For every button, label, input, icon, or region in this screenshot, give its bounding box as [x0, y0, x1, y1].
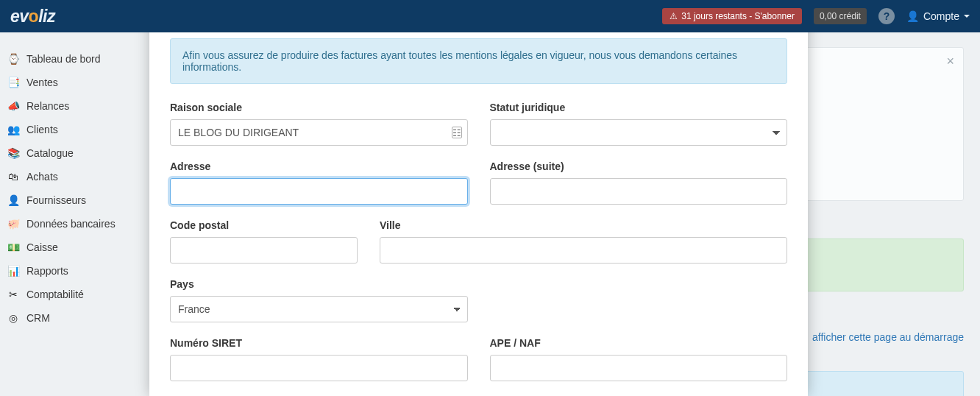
user-icon: 👤	[906, 10, 919, 22]
sidebar-item-label: Comptabilité	[26, 289, 84, 300]
close-icon[interactable]: ×	[946, 54, 954, 69]
logo-text-post: liz	[38, 7, 55, 26]
subscribe-text: 31 jours restants - S'abonner	[681, 11, 795, 21]
sidebar-icon: 📣	[7, 100, 19, 112]
sidebar-icon: 📊	[7, 265, 19, 277]
pays-select[interactable]: France	[170, 296, 468, 322]
logo-text-pre: ev	[10, 7, 29, 26]
siret-label: Numéro SIRET	[170, 337, 468, 349]
code-postal-input[interactable]	[170, 237, 358, 264]
adresse-label: Adresse	[170, 160, 468, 172]
chevron-down-icon	[964, 15, 970, 18]
adresse-input[interactable]	[170, 178, 468, 205]
account-label: Compte	[923, 10, 959, 22]
sidebar-icon: 💵	[7, 241, 19, 253]
sidebar-item-label: Données bancaires	[26, 218, 116, 230]
no-show-startup-link[interactable]: afficher cette page au démarrage	[812, 331, 964, 343]
sidebar-icon: 📚	[7, 147, 19, 159]
ville-input[interactable]	[380, 237, 787, 264]
sidebar-item-label: Ventes	[26, 77, 58, 88]
info-banner: Afin vous assurez de produire des factur…	[170, 38, 787, 84]
raison-sociale-input[interactable]	[170, 119, 468, 146]
sidebar-item-1[interactable]: 📑Ventes	[0, 71, 147, 94]
sidebar: ⌚Tableau de bord📑Ventes📣Relances👥Clients…	[0, 32, 147, 396]
sidebar-item-4[interactable]: 📚Catalogue	[0, 141, 147, 165]
raison-sociale-label: Raison sociale	[170, 102, 468, 113]
sidebar-icon: 🐖	[7, 218, 19, 230]
sidebar-item-5[interactable]: 🛍Achats	[0, 165, 147, 188]
sidebar-icon: ⌚	[7, 53, 19, 65]
sidebar-item-0[interactable]: ⌚Tableau de bord	[0, 47, 147, 71]
company-setup-modal: Afin vous assurez de produire des factur…	[149, 0, 808, 396]
sidebar-item-label: Catalogue	[26, 147, 74, 159]
app-logo[interactable]: evoliz	[10, 7, 55, 26]
app-header: evoliz ⚠ 31 jours restants - S'abonner 0…	[0, 0, 980, 32]
sidebar-item-label: Tableau de bord	[26, 53, 100, 65]
adresse-suite-label: Adresse (suite)	[490, 160, 788, 172]
pays-label: Pays	[170, 278, 468, 290]
sidebar-icon: 👤	[7, 194, 19, 206]
header-right: ⚠ 31 jours restants - S'abonner 0,00 cré…	[662, 8, 970, 24]
sidebar-item-10[interactable]: ✂Comptabilité	[0, 283, 147, 306]
sidebar-item-label: CRM	[26, 312, 50, 324]
sidebar-item-label: Fournisseurs	[26, 194, 86, 206]
sidebar-item-9[interactable]: 📊Rapports	[0, 259, 147, 283]
sidebar-icon: 👥	[7, 124, 19, 135]
warning-icon: ⚠	[670, 11, 678, 21]
siret-input[interactable]	[170, 355, 468, 381]
sidebar-icon: 🛍	[7, 171, 19, 183]
sidebar-icon: ✂	[7, 289, 19, 300]
adresse-suite-input[interactable]	[490, 178, 788, 205]
sidebar-icon: 📑	[7, 77, 19, 88]
subscribe-badge[interactable]: ⚠ 31 jours restants - S'abonner	[662, 8, 802, 24]
logo-text-accent: o	[29, 7, 39, 26]
sidebar-item-label: Achats	[26, 171, 58, 183]
statut-juridique-select[interactable]	[490, 119, 788, 146]
ape-naf-input[interactable]	[490, 355, 788, 381]
credit-badge[interactable]: 0,00 crédit	[814, 8, 867, 24]
statut-juridique-label: Statut juridique	[490, 102, 788, 113]
code-postal-label: Code postal	[170, 219, 358, 231]
ape-naf-label: APE / NAF	[490, 337, 788, 349]
sidebar-item-label: Clients	[26, 124, 58, 135]
sidebar-item-7[interactable]: 🐖Données bancaires	[0, 212, 147, 236]
sidebar-icon: ◎	[7, 312, 19, 324]
sidebar-item-label: Rapports	[26, 265, 68, 277]
sidebar-item-3[interactable]: 👥Clients	[0, 118, 147, 141]
sidebar-item-8[interactable]: 💵Caisse	[0, 236, 147, 259]
sidebar-item-6[interactable]: 👤Fournisseurs	[0, 188, 147, 212]
sidebar-item-label: Caisse	[26, 241, 58, 253]
account-menu[interactable]: 👤 Compte	[906, 10, 970, 22]
help-icon[interactable]: ?	[878, 8, 895, 24]
sidebar-item-11[interactable]: ◎CRM	[0, 306, 147, 330]
ville-label: Ville	[380, 219, 787, 231]
sidebar-item-2[interactable]: 📣Relances	[0, 94, 147, 118]
sidebar-item-label: Relances	[26, 100, 69, 112]
